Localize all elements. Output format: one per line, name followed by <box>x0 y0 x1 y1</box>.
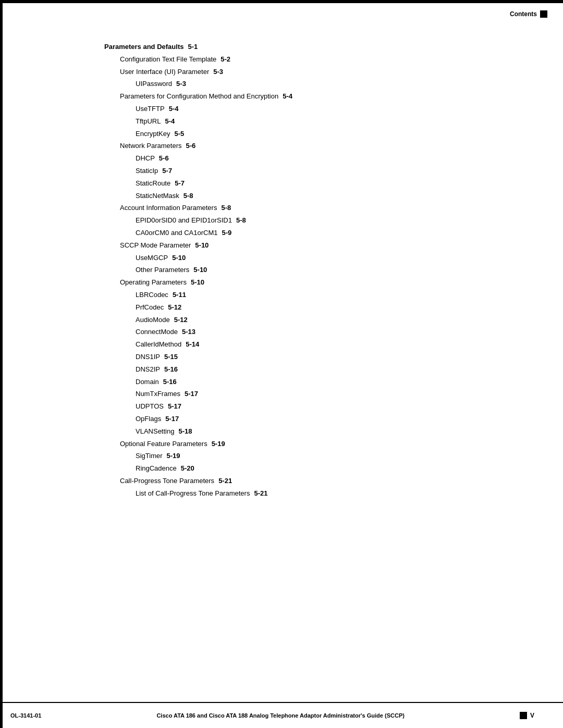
toc-entry-numtxframes: NumTxFrames 5-17 <box>136 389 521 400</box>
toc-label-opflags: OpFlags <box>136 414 161 425</box>
toc-label-call-progress: Call-Progress Tone Parameters <box>120 476 214 487</box>
toc-label-params-defaults: Parameters and Defaults <box>104 42 183 53</box>
toc-entry-audiomode: AudioMode 5-12 <box>136 315 521 326</box>
footer-left-border <box>0 703 3 728</box>
toc-label-usemgcp: UseMGCP <box>136 253 168 264</box>
toc-entry-other-params: Other Parameters 5-10 <box>136 265 521 276</box>
toc-label-connectmode: ConnectMode <box>136 327 178 338</box>
toc-label-numtxframes: NumTxFrames <box>136 389 180 400</box>
toc-label-lbrcodec: LBRCodec <box>136 290 168 301</box>
toc-page-tftpurl: 5-4 <box>165 116 175 127</box>
toc-label-operating-params: Operating Parameters <box>120 277 187 288</box>
toc-page-account-info: 5-8 <box>221 203 231 214</box>
toc-label-udptos: UDPTOS <box>136 401 164 412</box>
toc-entry-tftpurl: TftpURL 5-4 <box>136 116 521 127</box>
toc-page-ringcadence: 5-20 <box>181 463 194 474</box>
toc-entry-network-params: Network Parameters 5-6 <box>120 141 521 152</box>
toc-entry-ringcadence: RingCadence 5-20 <box>136 463 521 474</box>
header-black-box <box>540 10 547 18</box>
toc-entry-encryptkey: EncryptKey 5-5 <box>136 129 521 140</box>
toc-page-network-params: 5-6 <box>186 141 195 152</box>
toc-page-params-defaults: 5-1 <box>188 42 198 53</box>
toc-label-usetftp: UseTFTP <box>136 104 165 115</box>
toc-page-dns1ip: 5-15 <box>164 352 178 363</box>
toc-label-staticip: StaticIp <box>136 166 158 177</box>
toc-page-staticip: 5-7 <box>162 166 172 177</box>
toc-entry-uipassword: UIPassword 5-3 <box>136 79 521 90</box>
toc-label-list-call-progress: List of Call-Progress Tone Parameters <box>136 488 250 499</box>
toc-entry-params-config: Parameters for Configuration Method and … <box>120 91 521 102</box>
toc-page-opflags: 5-17 <box>165 414 179 425</box>
toc-entry-epid: EPID0orSID0 and EPID1orSID1 5-8 <box>136 215 521 226</box>
page-header: Contents <box>510 10 547 18</box>
toc-label-ca0-ca1: CA0orCM0 and CA1orCM1 <box>136 228 218 239</box>
toc-page-prfcodec: 5-12 <box>168 302 181 313</box>
toc-page-lbrcodec: 5-11 <box>173 290 186 301</box>
toc-page-sccp-mode: 5-10 <box>195 240 209 251</box>
toc-label-sccp-mode: SCCP Mode Parameter <box>120 240 191 251</box>
toc-page-dhcp: 5-6 <box>159 153 169 164</box>
toc-entry-call-progress: Call-Progress Tone Parameters 5-21 <box>120 476 521 487</box>
toc-entry-udptos: UDPTOS 5-17 <box>136 401 521 412</box>
toc-entry-dns2ip: DNS2IP 5-16 <box>136 364 521 375</box>
toc-entry-optional-feature: Optional Feature Parameters 5-19 <box>120 439 521 450</box>
toc-page-usetftp: 5-4 <box>169 104 179 115</box>
toc-label-dns2ip: DNS2IP <box>136 364 160 375</box>
toc-label-epid: EPID0orSID0 and EPID1orSID1 <box>136 215 232 226</box>
toc-page-list-call-progress: 5-21 <box>254 488 267 499</box>
toc-entry-opflags: OpFlags 5-17 <box>136 414 521 425</box>
header-contents-label: Contents <box>510 10 537 18</box>
toc-entry-prfcodec: PrfCodec 5-12 <box>136 302 521 313</box>
toc-page-optional-feature: 5-19 <box>212 439 225 450</box>
toc-page-user-interface: 5-3 <box>213 67 223 78</box>
toc-entry-calleridmethod: CallerIdMethod 5-14 <box>136 339 521 350</box>
toc-entry-sccp-mode: SCCP Mode Parameter 5-10 <box>120 240 521 251</box>
toc-entry-config-text-file: Configuration Text File Template 5-2 <box>120 54 521 65</box>
toc-label-config-text-file: Configuration Text File Template <box>120 54 216 65</box>
toc-label-sigtimer: SigTimer <box>136 451 163 462</box>
toc-entry-lbrcodec: LBRCodec 5-11 <box>136 290 521 301</box>
toc-label-tftpurl: TftpURL <box>136 116 161 127</box>
toc-page-other-params: 5-10 <box>193 265 207 276</box>
footer-doc-id: OL-3141-01 <box>10 712 41 719</box>
toc-entry-connectmode: ConnectMode 5-13 <box>136 327 521 338</box>
toc-label-optional-feature: Optional Feature Parameters <box>120 439 207 450</box>
toc-page-connectmode: 5-13 <box>182 327 195 338</box>
toc-page-encryptkey: 5-5 <box>174 129 184 140</box>
toc-label-staticroute: StaticRoute <box>136 178 170 189</box>
toc-page-params-config: 5-4 <box>283 91 292 102</box>
toc-page-epid: 5-8 <box>236 215 246 226</box>
toc-entry-dhcp: DHCP 5-6 <box>136 153 521 164</box>
toc-label-encryptkey: EncryptKey <box>136 129 170 140</box>
toc-entry-staticip: StaticIp 5-7 <box>136 166 521 177</box>
toc-page-uipassword: 5-3 <box>176 79 186 90</box>
top-border <box>0 0 563 3</box>
toc-label-vlansetting: VLANSetting <box>136 426 174 437</box>
toc-label-dns1ip: DNS1IP <box>136 352 160 363</box>
toc-label-audiomode: AudioMode <box>136 315 170 326</box>
toc-content: Parameters and Defaults 5-1 Configuratio… <box>0 0 563 552</box>
toc-entry-domain: Domain 5-16 <box>136 377 521 388</box>
toc-entry-staticnetmask: StaticNetMask 5-8 <box>136 191 521 202</box>
toc-page-numtxframes: 5-17 <box>185 389 198 400</box>
toc-entry-dns1ip: DNS1IP 5-15 <box>136 352 521 363</box>
footer-black-box-left <box>520 712 527 719</box>
page: Contents Parameters and Defaults 5-1 Con… <box>0 0 563 728</box>
toc-label-dhcp: DHCP <box>136 153 155 164</box>
left-border <box>0 0 3 728</box>
toc-label-ringcadence: RingCadence <box>136 463 177 474</box>
toc-page-usemgcp: 5-10 <box>172 253 186 264</box>
toc-page-operating-params: 5-10 <box>191 277 204 288</box>
toc-entry-operating-params: Operating Parameters 5-10 <box>120 277 521 288</box>
footer-center-text: Cisco ATA 186 and Cisco ATA 188 Analog T… <box>41 712 520 719</box>
toc-page-dns2ip: 5-16 <box>164 364 178 375</box>
toc-entry-list-call-progress: List of Call-Progress Tone Parameters 5-… <box>136 488 521 499</box>
toc-label-network-params: Network Parameters <box>120 141 181 152</box>
toc-page-calleridmethod: 5-14 <box>186 339 199 350</box>
toc-page-staticnetmask: 5-8 <box>183 191 193 202</box>
page-footer: OL-3141-01 Cisco ATA 186 and Cisco ATA 1… <box>0 702 563 728</box>
toc-page-staticroute: 5-7 <box>175 178 185 189</box>
toc-entry-user-interface: User Interface (UI) Parameter 5-3 <box>120 67 521 78</box>
toc-entry-vlansetting: VLANSetting 5-18 <box>136 426 521 437</box>
toc-entry-usemgcp: UseMGCP 5-10 <box>136 253 521 264</box>
